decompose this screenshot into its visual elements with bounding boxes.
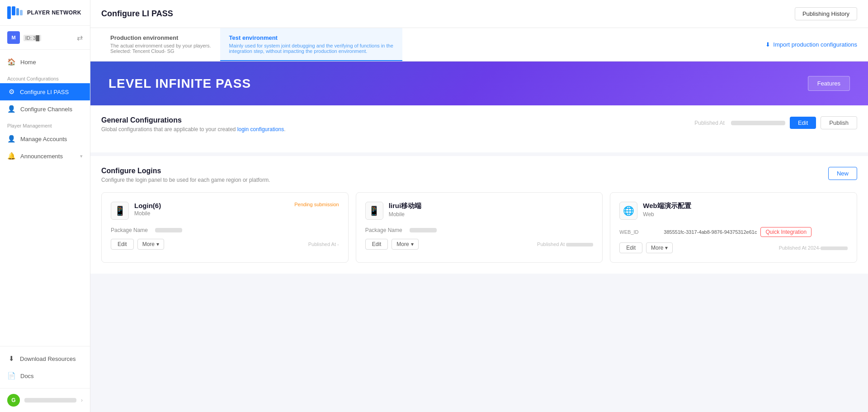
- login6-package-value: [155, 228, 182, 232]
- new-login-button[interactable]: New: [828, 167, 857, 180]
- login6-more-chevron-icon: ▾: [156, 241, 159, 247]
- page-title: Configure LI PASS: [101, 9, 173, 19]
- lirui-package-field: Package Name: [365, 227, 594, 233]
- lirui-card-header: 📱 lirui移动端 Mobile: [365, 202, 594, 220]
- login6-published-at: Published At -: [308, 242, 339, 247]
- sidebar-item-download-resources-label: Download Resources: [20, 355, 76, 362]
- section-label-account-config: Account Configurations: [0, 71, 90, 83]
- user-chevron-icon: ›: [81, 397, 83, 403]
- sidebar-item-home[interactable]: 🏠 Home: [0, 53, 90, 71]
- lirui-info: lirui移动端 Mobile: [389, 202, 422, 218]
- web-id-label: WEB_ID: [619, 229, 660, 235]
- env-production-name: Production environment: [110, 34, 211, 41]
- account-info: ID: 3█: [24, 34, 73, 41]
- lirui-package-value: [410, 228, 437, 232]
- download-icon: ⬇: [7, 355, 15, 363]
- main-header: Configure LI PASS Publishing History: [90, 0, 868, 28]
- web-title: Web端演示配置: [643, 202, 691, 210]
- login-card-login6: 📱 Login(6) Mobile Pending submission Pac…: [101, 192, 349, 263]
- login-card-web: 🌐 Web端演示配置 Web WEB_ID 385551fc-3317-4ab8…: [610, 192, 857, 263]
- login-card-lirui: 📱 lirui移动端 Mobile Package Name Edit M: [356, 192, 603, 263]
- general-config-edit-button[interactable]: Edit: [790, 117, 816, 129]
- login6-card-header: 📱 Login(6) Mobile Pending submission: [111, 202, 339, 220]
- account-switch-icon[interactable]: ⇄: [77, 33, 83, 42]
- general-configurations-section: General Configurations Global configurat…: [90, 105, 868, 152]
- login6-icon: 📱: [111, 202, 129, 220]
- publishing-history-button[interactable]: Publishing History: [795, 7, 857, 20]
- sidebar-item-configure-li-pass-label: Configure LI PASS: [20, 89, 69, 95]
- web-card-header: 🌐 Web端演示配置 Web: [619, 202, 848, 220]
- login-configs-link[interactable]: login configurations: [237, 126, 284, 133]
- configure-logins-header: Configure Logins Configure the login pan…: [101, 167, 857, 183]
- lirui-icon: 📱: [365, 202, 383, 220]
- import-label: Import production configurations: [773, 41, 857, 48]
- content-area: LEVEL INFINITE PASS Features General Con…: [90, 62, 868, 412]
- svg-rect-0: [7, 6, 11, 19]
- login6-edit-button[interactable]: Edit: [111, 239, 134, 250]
- environment-bar: Production environment The actual enviro…: [90, 28, 868, 62]
- login6-title: Login(6): [134, 202, 161, 209]
- sidebar-item-docs-label: Docs: [20, 373, 34, 379]
- sidebar-item-announcements-label: Announcements: [20, 153, 63, 160]
- logo-text: PLAYER NETWORK: [27, 9, 81, 16]
- web-more-button[interactable]: More ▾: [646, 242, 673, 253]
- main-content: Configure LI PASS Publishing History Pro…: [90, 0, 868, 412]
- sidebar-item-download-resources[interactable]: ⬇ Download Resources: [0, 350, 90, 367]
- login-cards-grid: 📱 Login(6) Mobile Pending submission Pac…: [101, 192, 857, 263]
- lirui-published-at: Published At: [537, 242, 593, 247]
- login6-more-button[interactable]: More ▾: [137, 239, 164, 250]
- web-subtitle: Web: [643, 211, 691, 218]
- features-button[interactable]: Features: [808, 76, 850, 91]
- sidebar-user[interactable]: G ›: [0, 388, 90, 412]
- published-at-value: [731, 121, 785, 125]
- web-id-value: 385551fc-3317-4ab8-9876-94375312e61c: [664, 229, 757, 235]
- import-production-config[interactable]: ⬇ Import production configurations: [765, 28, 857, 61]
- configure-lipass-icon: ⚙: [7, 88, 15, 96]
- lirui-more-button[interactable]: More ▾: [392, 239, 418, 250]
- configure-logins-title: Configure Logins: [101, 167, 270, 175]
- web-edit-button[interactable]: Edit: [619, 242, 642, 253]
- login6-subtitle: Mobile: [134, 210, 161, 217]
- sidebar-nav: 🏠 Home Account Configurations ⚙ Configur…: [0, 50, 90, 346]
- general-config-actions: Published At Edit Publish: [694, 116, 857, 129]
- sidebar-item-configure-li-pass[interactable]: ⚙ Configure LI PASS: [0, 83, 90, 100]
- sidebar-item-configure-channels-label: Configure Channels: [20, 106, 72, 113]
- section-label-player-management: Player Management: [0, 118, 90, 130]
- sidebar-bottom: ⬇ Download Resources 📄 Docs: [0, 346, 90, 388]
- login6-info: Login(6) Mobile: [134, 202, 161, 217]
- sidebar: PLAYER NETWORK M ID: 3█ ⇄ 🏠 Home Account…: [0, 0, 90, 412]
- login6-pending-badge: Pending submission: [294, 202, 339, 207]
- env-tab-test[interactable]: Test environment Mainly used for system …: [220, 28, 402, 61]
- env-test-desc: Mainly used for system joint debugging a…: [229, 43, 393, 54]
- configure-logins-section: Configure Logins Configure the login pan…: [90, 152, 868, 274]
- quick-integration-button[interactable]: Quick Integration: [760, 227, 811, 237]
- general-config-publish-button[interactable]: Publish: [821, 116, 857, 129]
- env-production-desc: The actual environment used by your play…: [110, 43, 211, 54]
- lirui-actions: Edit More ▾ Published At: [365, 239, 594, 250]
- sidebar-item-home-label: Home: [20, 59, 36, 66]
- account-id: ID: 3█: [24, 35, 41, 41]
- sidebar-item-announcements[interactable]: 🔔 Announcements ▾: [0, 147, 90, 165]
- sidebar-item-docs[interactable]: 📄 Docs: [0, 367, 90, 384]
- banner: LEVEL INFINITE PASS Features: [90, 62, 868, 105]
- general-config-title: General Configurations: [101, 116, 286, 124]
- svg-rect-1: [12, 6, 15, 15]
- sidebar-item-manage-accounts[interactable]: 👤 Manage Accounts: [0, 130, 90, 147]
- import-icon: ⬇: [765, 41, 770, 48]
- manage-accounts-icon: 👤: [7, 135, 16, 143]
- svg-rect-2: [16, 8, 19, 15]
- sidebar-item-manage-accounts-label: Manage Accounts: [20, 136, 67, 142]
- configure-logins-info: Configure Logins Configure the login pan…: [101, 167, 270, 183]
- account-avatar: M: [7, 31, 20, 44]
- web-icon: 🌐: [619, 202, 637, 220]
- login6-actions: Edit More ▾ Published At -: [111, 239, 339, 250]
- lirui-edit-button[interactable]: Edit: [365, 239, 388, 250]
- env-tab-production[interactable]: Production environment The actual enviro…: [101, 28, 220, 61]
- sidebar-account[interactable]: M ID: 3█ ⇄: [0, 26, 90, 50]
- sidebar-item-configure-channels[interactable]: 👤 Configure Channels: [0, 100, 90, 118]
- web-published-at: Published At 2024-: [779, 245, 848, 251]
- home-icon: 🏠: [7, 58, 16, 66]
- docs-icon: 📄: [7, 372, 16, 380]
- login6-package-label: Package Name: [111, 227, 151, 233]
- user-avatar: G: [7, 394, 20, 407]
